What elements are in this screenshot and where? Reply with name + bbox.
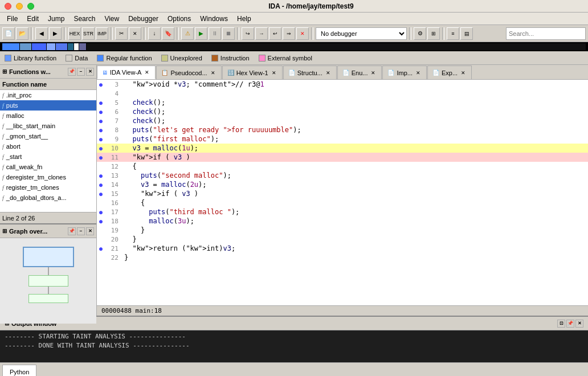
tab-idaviewa[interactable]: 🖥IDA View-A✕ [97, 66, 156, 79]
graph-pin-button[interactable]: 📌 [68, 227, 76, 235]
function-list-item[interactable]: fcall_weak_fn [0, 162, 96, 172]
toolbar-new-button[interactable]: 📄 [2, 27, 15, 40]
graph-panel-title: Graph over... [9, 228, 47, 235]
menu-search[interactable]: Search [69, 14, 100, 24]
legend-data-color [66, 55, 72, 62]
function-list-item[interactable]: fderegister_tm_clones [0, 172, 96, 182]
search-input[interactable] [506, 27, 586, 40]
functions-pin-button[interactable]: 📌 [68, 68, 76, 76]
function-list-item[interactable]: f_start [0, 152, 96, 162]
output-line: -------- DONE WITH TAINT ANALYSIS ------… [5, 342, 583, 351]
menu-windows[interactable]: Windows [195, 14, 232, 24]
code-row: 12 { [97, 162, 588, 171]
tab-label: Imp... [397, 70, 413, 76]
menu-help[interactable]: Help [232, 14, 256, 24]
tab-close-button[interactable]: ✕ [210, 70, 217, 76]
function-list-item[interactable]: fmalloc [0, 111, 96, 121]
tab-close-button[interactable]: ✕ [415, 70, 422, 76]
toolbar-run-to-button[interactable]: ⇒ [283, 27, 295, 40]
minimize-window-button[interactable] [16, 3, 23, 10]
toolbar-bookmark-button[interactable]: 🔖 [162, 27, 174, 40]
tab-close-button[interactable]: ✕ [144, 69, 150, 76]
menu-debugger[interactable]: Debugger [124, 14, 163, 24]
line-dot: ● [97, 207, 105, 216]
function-list-item[interactable]: f_gmon_start__ [0, 131, 96, 141]
toolbar-forward-button[interactable]: ▶ [49, 27, 62, 40]
legend-data-label: Data [75, 55, 88, 62]
output-close-button[interactable]: ✕ [575, 320, 583, 328]
tab-structu[interactable]: 📄Structu...✕ [283, 66, 337, 79]
toolbar-option2-button[interactable]: ▤ [460, 27, 473, 40]
functions-panel-icon: ⊞ [2, 68, 7, 75]
toolbar-terminate-button[interactable]: ⏹ [222, 27, 235, 40]
maximize-window-button[interactable] [27, 3, 34, 10]
tab-exp[interactable]: 📄Exp...✕ [427, 66, 472, 79]
legend-library-function: Library function [5, 55, 56, 62]
toolbar-warning-button[interactable]: ⚠ [181, 27, 194, 40]
toolbar-option1-button[interactable]: ≡ [447, 27, 459, 40]
function-icon: f [2, 103, 4, 109]
toolbar-settings-button[interactable]: ⚙ [414, 27, 426, 40]
toolbar-jump-down-button[interactable]: ↓ [148, 27, 161, 40]
output-content[interactable]: -------- STARTING TAINT ANALYSIS -------… [0, 330, 588, 362]
tab-close-button[interactable]: ✕ [460, 70, 467, 76]
tab-label: Hex View-1 [236, 70, 268, 76]
nav-segment-1 [2, 43, 19, 50]
menu-file[interactable]: File [2, 14, 22, 24]
toolbar-imports-button[interactable]: IMP [96, 27, 108, 40]
graph-close-button[interactable]: ✕ [86, 227, 94, 235]
menu-jump[interactable]: Jump [43, 14, 69, 24]
toolbar-cancel-button[interactable]: ✕ [296, 27, 309, 40]
functions-minimize-button[interactable]: − [77, 68, 85, 76]
function-list-item[interactable]: f.init_proc [0, 90, 96, 100]
graph-minimize-button[interactable]: − [77, 227, 85, 235]
tab-close-button[interactable]: ✕ [271, 70, 277, 76]
function-name-label: register_tm_clones [6, 184, 59, 191]
toolbar-detach-button[interactable]: ⊞ [427, 27, 440, 40]
close-window-button[interactable] [5, 3, 11, 10]
menu-view[interactable]: View [100, 14, 124, 24]
functions-close-button[interactable]: ✕ [86, 68, 94, 76]
output-pin-button[interactable]: 📌 [566, 320, 574, 328]
debugger-dropdown[interactable]: No debugger [316, 27, 407, 40]
python-tab[interactable]: Python [2, 365, 36, 376]
tab-imp[interactable]: 📄Imp...✕ [382, 66, 427, 79]
function-list-item[interactable]: fputs [0, 100, 96, 111]
line-number: 10 [105, 144, 122, 153]
toolbar-step-over-button[interactable]: → [255, 27, 268, 40]
toolbar-step-into-button[interactable]: ↪ [242, 27, 254, 40]
function-list-item[interactable]: f__libc_start_main [0, 121, 96, 131]
nav-segment-main [87, 43, 586, 50]
code-row: ●15 "kw">if ( v3 ) [97, 189, 588, 198]
code-editor[interactable]: ●3 "kw">void *v3; "comment">// r3@14●5 c… [97, 80, 588, 305]
code-row: 22} [97, 253, 588, 262]
toolbar-patch-button[interactable]: ✂ [115, 27, 128, 40]
tab-hexview1[interactable]: 🔢Hex View-1✕ [222, 66, 283, 79]
function-list-item[interactable]: fabort [0, 141, 96, 152]
functions-list[interactable]: f.init_procfputsfmallocf__libc_start_mai… [0, 90, 96, 212]
tab-enu[interactable]: 📄Enu...✕ [337, 66, 382, 79]
toolbar-strings-button[interactable]: STR [82, 27, 95, 40]
code-content: "kw">if ( v3 ) [122, 153, 588, 162]
legend-instruction-color [211, 55, 218, 62]
legend-unexplored: Unexplored [161, 55, 202, 62]
output-restore-button[interactable]: ⊡ [557, 320, 565, 328]
toolbar-hex-button[interactable]: HEX [68, 27, 81, 40]
tab-pseudocod[interactable]: 📋Pseudocod...✕ [156, 66, 221, 79]
function-list-item[interactable]: f_do_global_dtors_a... [0, 193, 96, 203]
menu-edit[interactable]: Edit [22, 14, 43, 24]
toolbar-stop-button[interactable]: ⏸ [209, 27, 221, 40]
tab-label: Structu... [297, 70, 322, 76]
toolbar-step-out-button[interactable]: ↩ [269, 27, 281, 40]
toolbar-open-button[interactable]: 📂 [16, 27, 28, 40]
line-dot: ● [97, 116, 105, 125]
menu-options[interactable]: Options [163, 14, 195, 24]
code-table: ●3 "kw">void *v3; "comment">// r3@14●5 c… [97, 80, 588, 262]
tab-close-button[interactable]: ✕ [325, 70, 332, 76]
function-list-item[interactable]: fregister_tm_clones [0, 182, 96, 193]
code-content [122, 89, 588, 98]
toolbar-back-button[interactable]: ◀ [35, 27, 48, 40]
toolbar-run-button[interactable]: ▶ [195, 27, 207, 40]
toolbar-xref-button[interactable]: ✕ [129, 27, 141, 40]
tab-close-button[interactable]: ✕ [370, 70, 377, 76]
